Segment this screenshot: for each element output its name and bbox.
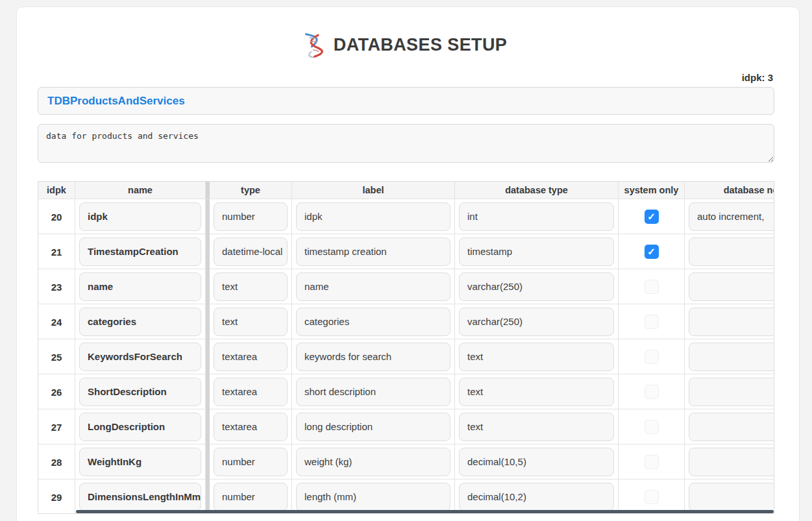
row-idpk: 28 (38, 444, 75, 479)
name-input[interactable]: LongDescription (79, 413, 201, 441)
column-header-name: name (75, 182, 206, 199)
database-notes-input[interactable] (689, 413, 774, 441)
name-input[interactable]: categories (79, 308, 201, 336)
table-header-row: idpk name type label database type syste… (38, 182, 774, 199)
label-input[interactable]: short description (296, 378, 450, 406)
name-input[interactable]: name (79, 273, 201, 301)
type-input[interactable]: number (214, 448, 288, 476)
system-only-checkbox[interactable] (645, 385, 659, 399)
database-type-input[interactable]: varchar(250) (459, 308, 614, 336)
system-only-checkbox[interactable] (645, 350, 659, 364)
row-idpk: 26 (38, 374, 75, 409)
fields-table: idpk name type label database type syste… (38, 182, 774, 514)
database-type-input[interactable]: decimal(10,2) (459, 483, 614, 511)
database-notes-input[interactable] (689, 237, 774, 266)
database-notes-input[interactable] (689, 483, 774, 511)
type-input[interactable]: number (214, 483, 288, 511)
label-input[interactable]: categories (296, 308, 450, 336)
column-header-label: label (292, 182, 455, 199)
table-body: 20 idpk number idpk int auto increment, … (38, 199, 774, 514)
row-idpk: 27 (38, 409, 75, 444)
table-name-input[interactable] (38, 87, 774, 115)
description-textarea[interactable]: data for products and services (38, 124, 774, 163)
system-only-checkbox[interactable] (645, 490, 659, 504)
system-only-checkbox[interactable] (645, 280, 659, 294)
label-input[interactable]: weight (kg) (296, 448, 450, 476)
type-input[interactable]: text (214, 308, 288, 336)
name-input[interactable]: WeightInKg (79, 448, 201, 476)
database-type-input[interactable]: decimal(10,5) (459, 448, 614, 476)
label-input[interactable]: keywords for search (296, 343, 450, 371)
name-input[interactable]: idpk (79, 202, 201, 231)
column-header-type: type (206, 182, 292, 199)
database-type-input[interactable]: text (459, 413, 614, 441)
table-row: 27 LongDescription textarea long descrip… (38, 409, 774, 444)
system-only-checkbox[interactable] (645, 315, 659, 329)
table-row: 23 name text name varchar(250) (38, 269, 774, 304)
type-input[interactable]: textarea (214, 413, 288, 441)
database-type-input[interactable]: text (459, 343, 614, 371)
database-notes-input[interactable] (689, 308, 774, 336)
type-input[interactable]: datetime-local (214, 237, 288, 266)
database-type-input[interactable]: text (459, 378, 614, 406)
type-input[interactable]: textarea (214, 378, 288, 406)
label-input[interactable]: length (mm) (296, 483, 450, 511)
column-header-system-only: system only (619, 182, 685, 199)
column-header-idpk: idpk (38, 182, 75, 199)
setup-card: DATABASES SETUP idpk: 3 data for product… (16, 6, 800, 521)
table-row: 20 idpk number idpk int auto increment, (38, 199, 774, 234)
label-input[interactable]: long description (296, 413, 450, 441)
name-input[interactable]: KeywordsForSearch (79, 343, 201, 371)
database-type-input[interactable]: timestamp (459, 237, 614, 266)
row-idpk: 21 (38, 234, 75, 269)
page-header: DATABASES SETUP (38, 32, 773, 58)
system-only-checkbox[interactable] (645, 420, 659, 434)
system-only-checkbox[interactable] (645, 455, 659, 469)
table-row: 21 TimestampCreation datetime-local time… (38, 234, 774, 269)
idpk-badge: idpk: 3 (38, 72, 773, 83)
name-input[interactable]: TimestampCreation (79, 237, 201, 266)
database-notes-input[interactable] (689, 448, 774, 476)
row-idpk: 24 (38, 304, 75, 339)
database-notes-input[interactable] (689, 378, 774, 406)
name-input[interactable]: DimensionsLengthInMm (79, 483, 201, 511)
database-type-input[interactable]: int (459, 202, 614, 231)
system-only-checkbox[interactable] (645, 245, 659, 259)
column-header-database-notes: database notes (685, 182, 774, 199)
table-row: 28 WeightInKg number weight (kg) decimal… (38, 444, 774, 479)
row-idpk: 20 (38, 199, 75, 234)
row-idpk: 25 (38, 339, 75, 374)
label-input[interactable]: timestamp creation (296, 237, 450, 266)
table-row: 29 DimensionsLengthInMm number length (m… (38, 479, 774, 514)
type-input[interactable]: text (214, 273, 288, 301)
label-input[interactable]: idpk (296, 202, 450, 231)
type-input[interactable]: textarea (214, 343, 288, 371)
table-row: 26 ShortDescription textarea short descr… (38, 374, 774, 409)
row-idpk: 23 (38, 269, 75, 304)
fields-table-viewport: idpk name type label database type syste… (38, 181, 774, 514)
table-row: 25 KeywordsForSearch textarea keywords f… (38, 339, 774, 374)
label-input[interactable]: name (296, 273, 450, 301)
database-type-input[interactable]: varchar(250) (459, 273, 614, 301)
name-input[interactable]: ShortDescription (79, 378, 201, 406)
page-title: DATABASES SETUP (334, 35, 508, 55)
system-only-checkbox[interactable] (645, 210, 659, 224)
database-notes-input[interactable] (689, 343, 774, 371)
type-input[interactable]: number (214, 202, 288, 231)
table-row: 24 categories text categories varchar(25… (38, 304, 774, 339)
row-idpk: 29 (38, 479, 75, 514)
database-notes-input[interactable]: auto increment, (689, 202, 774, 231)
dna-icon (302, 30, 327, 59)
horizontal-scrollbar[interactable] (76, 510, 774, 513)
column-header-database-type: database type (455, 182, 619, 199)
database-notes-input[interactable] (689, 273, 774, 301)
